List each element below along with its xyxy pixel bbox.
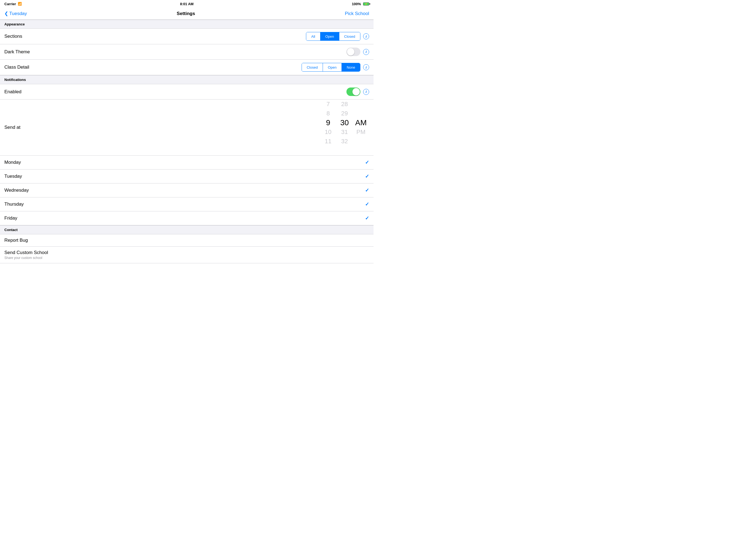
class-detail-row: Class Detail Closed Open None i — [0, 59, 374, 75]
minutes-column[interactable]: 28 29 30 31 32 — [336, 100, 353, 155]
status-bar: Carrier 📶 8:01 AM 100% ⚡ — [0, 0, 374, 8]
thursday-label: Thursday — [4, 202, 24, 207]
report-bug-row[interactable]: Report Bug — [0, 234, 374, 247]
period-pm[interactable]: PM — [357, 127, 366, 137]
hour-7[interactable]: 7 — [327, 100, 330, 109]
status-time: 8:01 AM — [180, 2, 194, 6]
minute-31[interactable]: 31 — [341, 127, 348, 137]
enabled-toggle-knob — [353, 88, 360, 96]
sections-all-btn[interactable]: All — [306, 32, 320, 41]
dark-theme-row: Dark Theme i — [0, 44, 374, 59]
tuesday-row[interactable]: Tuesday ✓ — [0, 170, 374, 183]
send-at-row: Send at 7 8 9 10 11 28 29 30 31 32 AM PM — [0, 100, 374, 156]
enabled-control: i — [346, 87, 369, 96]
battery-icon: ⚡ — [363, 2, 369, 5]
friday-check: ✓ — [365, 215, 369, 221]
dark-theme-label: Dark Theme — [4, 49, 30, 55]
sections-row: Sections All Open Closed i — [0, 29, 374, 44]
ampm-column[interactable]: AM PM — [353, 100, 369, 155]
page-title: Settings — [177, 11, 195, 17]
toggle-knob — [347, 48, 354, 55]
sections-label: Sections — [4, 34, 22, 39]
sections-info-btn[interactable]: i — [363, 33, 369, 40]
battery-info: 100% ⚡ — [352, 2, 369, 6]
dark-theme-toggle[interactable] — [346, 48, 360, 56]
hour-10[interactable]: 10 — [325, 127, 331, 137]
report-bug-title: Report Bug — [4, 238, 369, 243]
minute-29[interactable]: 29 — [341, 109, 348, 118]
class-detail-segmented[interactable]: Closed Open None — [302, 63, 360, 72]
wednesday-row[interactable]: Wednesday ✓ — [0, 183, 374, 198]
class-detail-label: Class Detail — [4, 65, 29, 70]
enabled-toggle[interactable] — [346, 87, 360, 96]
tuesday-check: ✓ — [365, 173, 369, 179]
send-custom-school-row[interactable]: Send Custom School Share your custom sch… — [0, 247, 374, 263]
back-chevron-icon: ❮ — [4, 11, 8, 17]
wednesday-check: ✓ — [365, 187, 369, 193]
time-picker[interactable]: 7 8 9 10 11 28 29 30 31 32 AM PM — [320, 100, 369, 155]
class-detail-closed-btn[interactable]: Closed — [302, 63, 323, 71]
class-detail-control: Closed Open None i — [302, 63, 369, 72]
tuesday-label: Tuesday — [4, 174, 22, 179]
wifi-icon: 📶 — [18, 2, 22, 6]
carrier-info: Carrier 📶 — [4, 2, 22, 6]
monday-check: ✓ — [365, 159, 369, 166]
sections-control: All Open Closed i — [306, 32, 369, 41]
sections-open-btn[interactable]: Open — [320, 32, 339, 41]
sections-segmented[interactable]: All Open Closed — [306, 32, 360, 41]
wednesday-label: Wednesday — [4, 187, 29, 193]
enabled-row: Enabled i — [0, 84, 374, 100]
back-button[interactable]: ❮ Tuesday — [4, 11, 27, 17]
contact-section-header: Contact — [0, 225, 374, 234]
appearance-section-header: Appearance — [0, 20, 374, 29]
dark-theme-control: i — [346, 48, 369, 56]
period-am-selected[interactable]: AM — [355, 118, 367, 127]
monday-row[interactable]: Monday ✓ — [0, 156, 374, 170]
hour-9-selected[interactable]: 9 — [326, 118, 330, 127]
thursday-row[interactable]: Thursday ✓ — [0, 198, 374, 211]
dark-theme-info-btn[interactable]: i — [363, 49, 369, 55]
minute-32[interactable]: 32 — [341, 137, 348, 146]
notifications-section-header: Notifications — [0, 75, 374, 84]
hour-11[interactable]: 11 — [325, 137, 331, 146]
hours-column[interactable]: 7 8 9 10 11 — [320, 100, 336, 155]
nav-bar: ❮ Tuesday Settings Pick School — [0, 8, 374, 20]
enabled-info-btn[interactable]: i — [363, 89, 369, 95]
monday-label: Monday — [4, 160, 21, 165]
hour-8[interactable]: 8 — [327, 109, 330, 118]
send-custom-school-title: Send Custom School — [4, 250, 369, 255]
minute-30-selected[interactable]: 30 — [340, 118, 349, 127]
enabled-label: Enabled — [4, 89, 21, 95]
class-detail-none-btn[interactable]: None — [341, 63, 360, 71]
send-at-label: Send at — [4, 121, 320, 134]
class-detail-open-btn[interactable]: Open — [323, 63, 341, 71]
pick-school-button[interactable]: Pick School — [345, 11, 369, 17]
send-custom-school-sub: Share your custom school — [4, 256, 369, 260]
friday-row[interactable]: Friday ✓ — [0, 211, 374, 225]
thursday-check: ✓ — [365, 201, 369, 207]
back-label: Tuesday — [9, 11, 27, 17]
friday-label: Friday — [4, 215, 17, 221]
sections-closed-btn[interactable]: Closed — [339, 32, 360, 41]
minute-28[interactable]: 28 — [341, 100, 348, 109]
battery-percent: 100% — [352, 2, 361, 6]
carrier-label: Carrier — [4, 2, 16, 6]
class-detail-info-btn[interactable]: i — [363, 64, 369, 70]
